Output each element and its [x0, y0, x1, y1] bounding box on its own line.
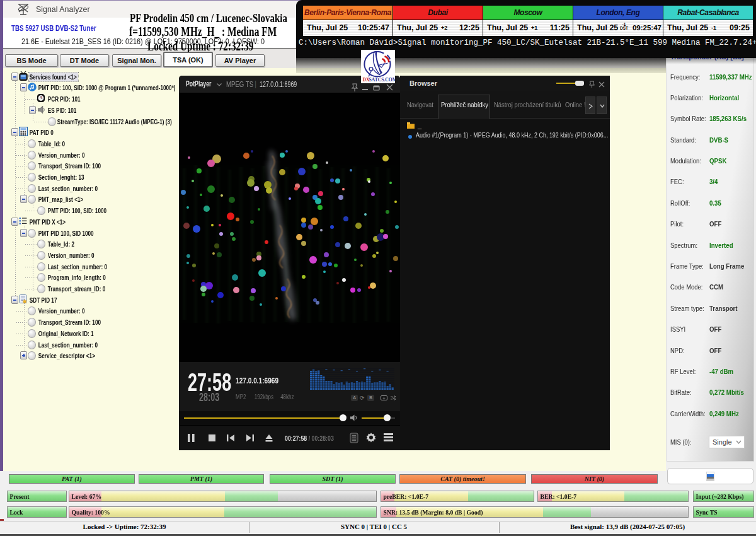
- svg-text:SATCS.COM: SATCS.COM: [369, 77, 396, 83]
